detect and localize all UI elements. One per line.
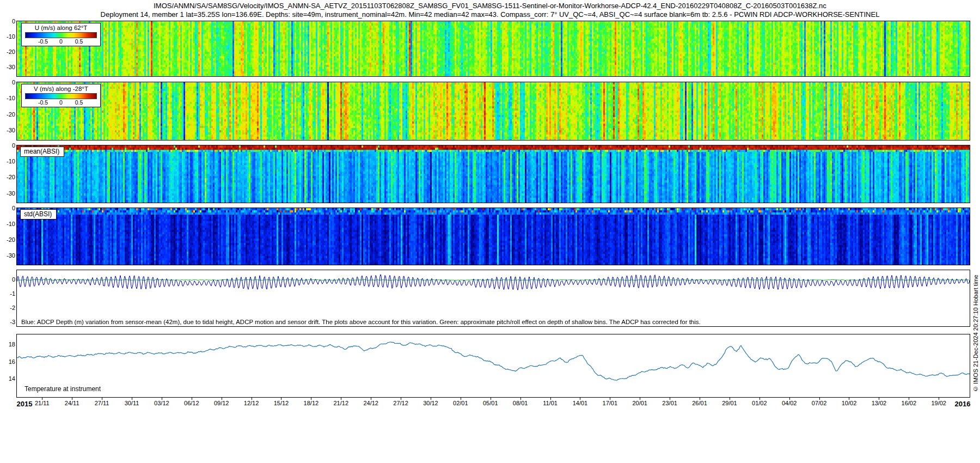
x-date-tick-label: 08/01	[513, 400, 528, 406]
y-tick-label: -20	[7, 174, 15, 180]
panel-v-velocity: V (m/s) along -28°T -0.500.5 0-10-20-30	[16, 82, 970, 141]
x-date-tick-label: 02/01	[453, 400, 468, 406]
x-date-tick-label: 26/01	[692, 400, 707, 406]
std-absi-heatmap	[17, 208, 970, 265]
x-tick-mark	[341, 398, 341, 400]
x-date-tick-label: 05/01	[483, 400, 498, 406]
x-date-tick-label: 29/01	[722, 400, 737, 406]
x-date-tick-label: 24/11	[65, 400, 79, 406]
panel-depth-variation: Blue: ADCP Depth (m) variation from sens…	[16, 270, 970, 327]
temperature-label: Temperature at instrument	[24, 385, 101, 393]
y-tick-label: -30	[7, 252, 15, 259]
panel-std-absi: std(ABSI) 0-10-20-30	[16, 208, 970, 265]
y-tick-label: -10	[7, 221, 15, 227]
y-tick-label: 14	[9, 375, 15, 382]
y-tick-label: -30	[7, 64, 15, 70]
x-tick-mark	[431, 398, 431, 400]
y-tick-label: -10	[7, 95, 15, 101]
y-tick-label: 0	[12, 142, 15, 149]
x-date-tick-label: 01/02	[752, 400, 767, 406]
x-tick-mark	[730, 398, 730, 400]
x-tick-mark	[550, 398, 551, 400]
x-date-tick-label: 12/12	[244, 400, 259, 406]
x-date-tick-label: 13/02	[872, 400, 887, 406]
u-legend-title: U (m/s) along 62°T	[25, 25, 97, 32]
x-date-tick-label: 17/01	[603, 400, 618, 406]
x-date-tick-label: 07/02	[812, 400, 827, 406]
x-date-tick-label: 14/01	[573, 400, 588, 406]
mean-absi-label: mean(ABSI)	[20, 147, 64, 157]
y-tick-label: 0	[12, 276, 15, 283]
x-date-tick-label: 21/11	[35, 400, 50, 406]
x-date-tick-label: 27/12	[393, 400, 408, 406]
y-tick-label: -10	[7, 158, 15, 165]
x-tick-mark	[401, 398, 401, 400]
y-tick-label: -20	[7, 111, 15, 118]
x-date-tick-label: 03/12	[154, 400, 169, 406]
y-tick-label: -20	[7, 236, 15, 243]
u-velocity-heatmap	[17, 21, 970, 76]
imos-copyright-watermark: © IMOS 21-Dec-2024 20:27:10 Hobart time	[972, 259, 979, 407]
x-tick-mark	[789, 398, 790, 400]
x-tick-mark	[461, 398, 461, 400]
x-date-tick-label: 18/12	[304, 400, 319, 406]
x-tick-mark	[759, 398, 760, 400]
x-tick-mark	[132, 398, 132, 400]
panel-mean-absi: mean(ABSI) 0-10-20-30	[16, 145, 970, 203]
x-tick-mark	[909, 398, 909, 400]
panel-u-velocity: U (m/s) along 62°T -0.500.5 0-10-20-30	[16, 21, 970, 77]
figure: IMOS/ANMN/SA/SAM8SG/Velocity/IMOS_ANMN-S…	[0, 0, 980, 463]
u-legend: U (m/s) along 62°T -0.500.5	[21, 23, 101, 46]
x-tick-mark	[819, 398, 820, 400]
v-legend: V (m/s) along -28°T -0.500.5	[21, 84, 101, 107]
x-tick-mark	[670, 398, 670, 400]
x-tick-mark	[42, 398, 42, 400]
x-tick-mark	[192, 398, 192, 400]
temperature-lineplot	[17, 334, 970, 397]
year-end-label: 2016	[955, 400, 971, 408]
y-tick-label: -30	[7, 190, 15, 197]
x-tick-mark	[879, 398, 879, 400]
v-legend-title: V (m/s) along -28°T	[25, 86, 97, 93]
figure-title-deployment: Deployment 14, member 1 lat=35.25S lon=1…	[0, 10, 980, 19]
x-date-tick-label: 24/12	[363, 400, 378, 406]
std-absi-label: std(ABSI)	[20, 209, 57, 220]
x-tick-mark	[371, 398, 371, 400]
x-date-tick-label: 04/02	[782, 400, 797, 406]
x-tick-mark	[252, 398, 252, 400]
x-tick-mark	[281, 398, 281, 400]
x-date-tick-label: 09/12	[214, 400, 229, 406]
x-tick-mark	[162, 398, 162, 400]
x-date-tick-label: 30/12	[423, 400, 438, 406]
x-date-tick-label: 06/12	[184, 400, 199, 406]
x-tick-mark	[640, 398, 640, 400]
depth-variation-annotation: Blue: ADCP Depth (m) variation from sens…	[21, 319, 701, 325]
x-date-tick-label: 15/12	[274, 400, 289, 406]
colorbar-tick-label: 0.5	[75, 38, 83, 45]
x-date-tick-label: 16/02	[902, 400, 917, 406]
y-tick-label: -20	[7, 48, 15, 55]
v-velocity-heatmap	[17, 82, 970, 140]
y-tick-label: -10	[7, 33, 15, 40]
panel-temperature: Temperature at instrument 181614	[16, 334, 970, 398]
x-date-tick-label: 23/01	[662, 400, 677, 406]
figure-title-filename: IMOS/ANMN/SA/SAM8SG/Velocity/IMOS_ANMN-S…	[0, 2, 980, 10]
y-tick-label: 0	[12, 205, 15, 211]
x-tick-mark	[610, 398, 610, 400]
x-tick-mark	[102, 398, 102, 400]
colorbar-tick-label: -0.5	[38, 38, 48, 45]
mean-absi-heatmap	[17, 145, 970, 203]
x-tick-mark	[580, 398, 580, 400]
x-date-tick-label: 30/11	[125, 400, 139, 406]
colorbar-tick-label: 0	[59, 38, 63, 45]
y-tick-label: -3	[10, 319, 15, 325]
colorbar-tick-label: -0.5	[38, 99, 48, 106]
y-tick-label: 16	[9, 358, 15, 365]
u-colorbar-ticks: -0.500.5	[25, 38, 97, 45]
y-tick-label: -2	[10, 304, 15, 311]
x-date-tick-label: 20/01	[632, 400, 647, 406]
x-date-tick-label: 11/01	[543, 400, 558, 406]
colorbar-tick-label: 0	[59, 99, 63, 106]
x-date-tick-label: 21/12	[333, 400, 348, 406]
x-tick-mark	[491, 398, 491, 400]
